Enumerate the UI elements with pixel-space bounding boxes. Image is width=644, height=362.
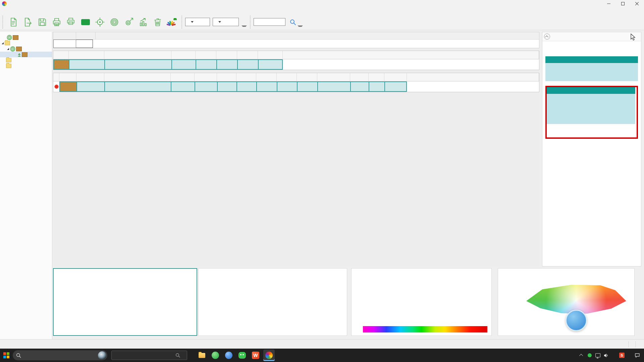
tray-ime[interactable] (610, 349, 618, 362)
header-cell[interactable] (171, 73, 195, 81)
delta-ab-chart-panel[interactable] (53, 268, 197, 336)
header-cell[interactable] (236, 73, 256, 81)
search-highlight-image[interactable] (98, 351, 106, 360)
sample-da-cell[interactable] (277, 81, 297, 92)
desktop-search-bar[interactable] (111, 351, 187, 360)
minimize-button[interactable] (602, 0, 616, 7)
header-cell[interactable] (217, 73, 236, 81)
lab-gamut-panel[interactable] (498, 268, 635, 336)
taskbar-green-browser[interactable] (210, 350, 221, 361)
standard-L-cell[interactable] (196, 59, 216, 70)
header-cell[interactable] (104, 51, 171, 59)
menu-settings[interactable] (34, 10, 40, 11)
header-cell[interactable] (369, 73, 384, 81)
sample-dE-cell[interactable] (350, 81, 369, 92)
sample-b-cell[interactable] (236, 81, 256, 92)
standard-swatch-cell[interactable] (53, 59, 69, 70)
tray-volume[interactable] (602, 349, 610, 362)
sample-verdict-cell[interactable] (369, 81, 384, 92)
header-cell[interactable] (258, 51, 283, 59)
menu-help[interactable] (47, 10, 54, 11)
header-cell[interactable] (104, 73, 171, 81)
standard-b-cell[interactable] (237, 59, 258, 70)
standard-ITA-cell[interactable] (258, 59, 283, 70)
menu-color-card[interactable] (40, 10, 47, 11)
measure-button[interactable] (121, 15, 136, 29)
color-match-button[interactable] (165, 15, 179, 29)
expander-icon[interactable] (7, 48, 9, 50)
header-cell[interactable] (195, 73, 217, 81)
sci-sce-select[interactable] (185, 18, 210, 26)
taskbar-file-explorer[interactable] (196, 350, 208, 361)
standard-a-cell[interactable] (216, 59, 237, 70)
sample-illuminant-cell[interactable] (171, 81, 195, 92)
close-button[interactable] (630, 0, 644, 7)
delta-e-trend-panel[interactable] (198, 268, 347, 336)
tray-network[interactable] (594, 349, 602, 362)
header-cell[interactable] (69, 51, 104, 59)
header-cell[interactable] (384, 73, 407, 81)
sample-swatch-cell[interactable] (59, 81, 76, 92)
illuminant-observer-select[interactable] (213, 18, 239, 26)
spectral-chart-panel[interactable] (351, 268, 492, 336)
tray-expand-button[interactable] (578, 349, 586, 362)
menu-data[interactable] (27, 10, 34, 11)
save-button[interactable] (35, 15, 49, 29)
tree-item-standard1[interactable] (0, 46, 52, 52)
standard-datetime-cell[interactable] (104, 59, 171, 70)
print-word-button[interactable] (64, 15, 78, 29)
sample-dL-cell[interactable] (256, 81, 277, 92)
header-cell[interactable] (76, 73, 104, 81)
tree-item-sample1[interactable] (0, 52, 52, 57)
header-cell[interactable] (317, 73, 350, 81)
sample-name-cell[interactable] (76, 81, 104, 92)
standard-name-cell[interactable] (69, 59, 104, 70)
header-cell[interactable] (350, 73, 369, 81)
sample-ITA-cell[interactable] (384, 81, 407, 92)
delete-button[interactable] (150, 15, 165, 29)
header-cell[interactable] (256, 73, 277, 81)
menu-sample-library[interactable] (20, 10, 27, 11)
header-cell[interactable] (196, 51, 216, 59)
header-cell[interactable] (297, 73, 317, 81)
header-cell[interactable] (53, 51, 69, 59)
header-cell[interactable] (216, 51, 237, 59)
taskbar-search[interactable] (13, 350, 107, 360)
notification-button[interactable] (633, 349, 641, 362)
menu-measure[interactable] (13, 10, 20, 11)
taskbar-blue-browser[interactable] (223, 350, 234, 361)
tree-item-standard1-root[interactable] (0, 35, 52, 40)
new-document-button[interactable] (6, 15, 20, 29)
menu-instrument[interactable] (7, 10, 13, 11)
desktop-search-input[interactable] (114, 353, 175, 358)
tray-green-status[interactable] (586, 349, 594, 362)
tray-sogou[interactable]: S (618, 349, 626, 362)
print-button[interactable] (49, 15, 64, 29)
tree-item-standards-folder[interactable] (0, 40, 52, 46)
timer-badge[interactable] (566, 310, 587, 331)
tree-item-all-samples[interactable] (0, 63, 52, 69)
sample-a-cell[interactable] (217, 81, 236, 92)
sample-datetime-cell[interactable] (104, 81, 171, 92)
taskbar-wechat[interactable] (236, 350, 248, 361)
header-cell[interactable] (277, 73, 297, 81)
standard-illuminant-cell[interactable] (171, 59, 196, 70)
statistics-button[interactable] (136, 15, 150, 29)
maximize-button[interactable] (616, 0, 630, 7)
export-button[interactable] (20, 15, 35, 29)
header-cell[interactable] (171, 51, 196, 59)
menu-file[interactable] (0, 10, 7, 11)
export-pdf-button[interactable] (78, 15, 93, 29)
target-button[interactable] (107, 15, 121, 29)
header-cell[interactable] (237, 51, 258, 59)
sample-color-cast-cell[interactable] (317, 81, 350, 92)
tolerance-illuminant-cell[interactable] (53, 40, 76, 48)
toolbar-search-input[interactable] (254, 18, 285, 26)
calibrate-button[interactable] (93, 15, 107, 29)
tree-item-absolute-data[interactable] (0, 57, 52, 63)
toolbar-overflow-icon[interactable] (298, 25, 303, 28)
header-cell[interactable] (59, 73, 76, 81)
start-button[interactable] (3, 352, 9, 358)
toolbar-overflow-icon[interactable] (241, 25, 247, 28)
search-button[interactable] (288, 15, 298, 29)
